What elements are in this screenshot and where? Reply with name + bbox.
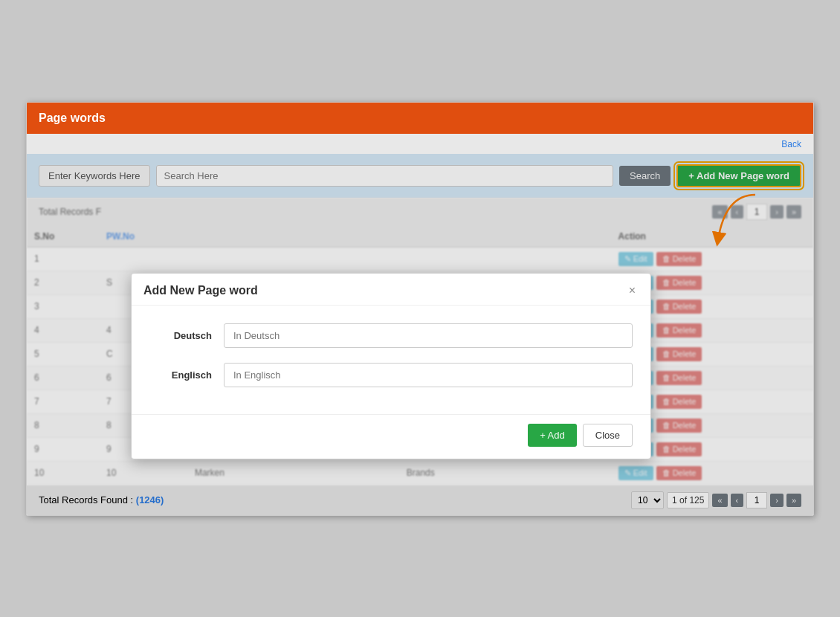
modal-add-button[interactable]: + Add	[528, 424, 577, 447]
modal-body: Deutsch Englisch	[132, 306, 650, 414]
deutsch-form-group: Deutsch	[149, 323, 633, 348]
modal-close-button[interactable]: ×	[626, 284, 639, 297]
modal-footer: + Add Close	[132, 414, 650, 459]
back-bar: Back	[27, 134, 813, 154]
englisch-input[interactable]	[224, 363, 633, 387]
modal-header: Add New Page word ×	[132, 274, 650, 306]
page-title: Page words	[39, 112, 106, 124]
englisch-form-group: Englisch	[149, 363, 633, 387]
deutsch-input[interactable]	[224, 323, 633, 348]
back-link[interactable]: Back	[781, 139, 801, 149]
modal-title: Add New Page word	[143, 284, 258, 297]
page-header: Page words	[27, 103, 813, 134]
modal-dialog: Add New Page word × Deutsch Englisch + A…	[131, 273, 651, 459]
content-wrapper: Enter Keywords Here Search + Add New Pag…	[27, 154, 813, 515]
modal-overlay: Add New Page word × Deutsch Englisch + A…	[27, 154, 813, 515]
deutsch-label: Deutsch	[149, 330, 224, 341]
modal-close-footer-button[interactable]: Close	[583, 424, 633, 447]
englisch-label: Englisch	[149, 369, 224, 381]
